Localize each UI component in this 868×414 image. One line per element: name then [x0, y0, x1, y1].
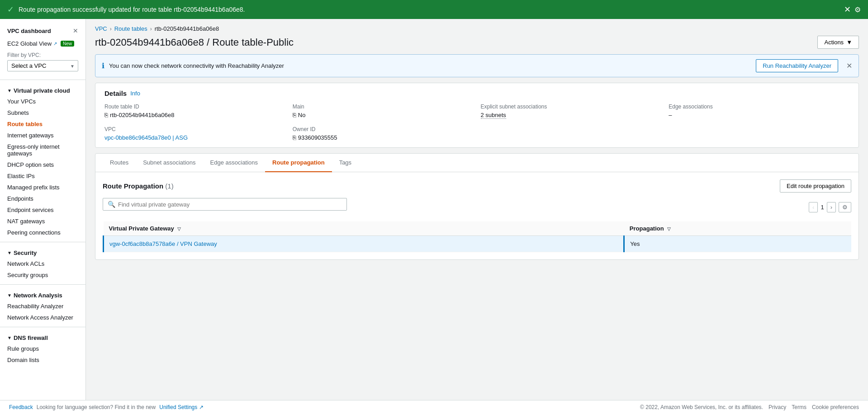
sidebar-item-reachability-analyzer[interactable]: Reachability Analyzer [0, 301, 85, 312]
sort-icon-gateway[interactable]: ▽ [177, 226, 181, 231]
owner-id-text: 933609035555 [298, 134, 337, 141]
tab-edge-associations[interactable]: Edge associations [203, 154, 266, 172]
vpc-select[interactable]: Select a VPC [7, 60, 78, 71]
vpc-filter: Filter by VPC: Select a VPC [0, 49, 85, 76]
tab-route-propagation[interactable]: Route propagation [265, 154, 332, 172]
actions-button[interactable]: Actions ▼ [817, 36, 859, 49]
explicit-subnet-text[interactable]: 2 subnets [481, 112, 506, 119]
notification-bar: ✓ Route propagation successfully updated… [0, 0, 868, 19]
new-badge: New [61, 41, 74, 47]
sidebar-item-network-access-analyzer[interactable]: Network Access Analyzer [0, 312, 85, 323]
table-body: vgw-0cf6ac8b8a7578a6e / VPN Gateway Yes [104, 236, 852, 252]
search-input[interactable] [118, 201, 342, 208]
sidebar-section-security[interactable]: ▼ Security [0, 246, 85, 258]
details-info-link[interactable]: Info [130, 90, 140, 97]
detail-owner-id-value: ⎘ 933609035555 [293, 134, 474, 141]
copy-icon-rtb[interactable]: ⎘ [104, 112, 108, 118]
sidebar-item-subnets[interactable]: Subnets [0, 107, 85, 118]
copy-icon-owner[interactable]: ⎘ [293, 134, 296, 141]
cookie-link[interactable]: Cookie preferences [812, 404, 859, 410]
sidebar-item-nat-gateways[interactable]: NAT gateways [0, 216, 85, 227]
unified-settings-link[interactable]: Unified Settings ↗ [159, 404, 203, 410]
detail-edge-assoc-label: Edge associations [669, 104, 849, 110]
detail-main: Main ⎘ No [293, 104, 474, 119]
sidebar-item-endpoint-services[interactable]: Endpoint services [0, 204, 85, 216]
main-content: VPC › Route tables › rtb-02054b9441b6a06… [86, 19, 868, 400]
tab-subnet-associations[interactable]: Subnet associations [136, 154, 203, 172]
sidebar-item-route-tables[interactable]: Route tables [0, 118, 85, 130]
table-header: Virtual Private Gateway ▽ Propagation ▽ [104, 221, 852, 236]
sidebar-section-dns[interactable]: ▼ DNS firewall [0, 331, 85, 343]
sidebar-item-elastic-ips[interactable]: Elastic IPs [0, 170, 85, 182]
notification-message: Route propagation successfully updated f… [19, 6, 245, 13]
run-reachability-button[interactable]: Run Reachability Analyzer [756, 59, 838, 72]
route-propagation-content: Route Propagation (1) Edit route propaga… [95, 172, 859, 259]
breadcrumb-route-tables[interactable]: Route tables [114, 25, 147, 32]
sidebar-section-network-analysis[interactable]: ▼ Network Analysis [0, 288, 85, 301]
sidebar-item-egress-gateways[interactable]: Egress-only internet gateways [0, 141, 85, 159]
footer: Feedback Looking for language selection?… [0, 400, 868, 414]
info-banner-close-button[interactable]: ✕ [846, 61, 852, 70]
settings-icon: ⚙ [854, 5, 861, 14]
feedback-link[interactable]: Feedback [9, 404, 33, 410]
arrow-icon-security: ▼ [7, 250, 12, 255]
section-dns-label: DNS firewall [14, 334, 48, 341]
tab-routes[interactable]: Routes [103, 154, 136, 172]
sidebar: VPC dashboard ✕ EC2 Global View ↗ New Fi… [0, 19, 86, 400]
tab-tags[interactable]: Tags [332, 154, 359, 172]
detail-main-value: ⎘ No [293, 112, 474, 118]
detail-owner-id: Owner ID ⎘ 933609035555 [293, 126, 474, 141]
breadcrumb-vpc[interactable]: VPC [95, 25, 107, 32]
gateway-link[interactable]: vgw-0cf6ac8b8a7578a6e / VPN Gateway [109, 240, 217, 247]
sidebar-item-your-vpcs[interactable]: Your VPCs [0, 96, 85, 107]
detail-vpc-value: vpc-0bbe86c9645da78e0 | ASG [104, 134, 285, 141]
breadcrumb-current: rtb-02054b9441b6a06e8 [155, 25, 219, 32]
sidebar-item-rule-groups[interactable]: Rule groups [0, 343, 85, 354]
sidebar-item-peering-connections[interactable]: Peering connections [0, 227, 85, 238]
info-banner: ℹ You can now check network connectivity… [95, 54, 859, 77]
prev-page-button[interactable]: ‹ [809, 202, 818, 212]
col-gateway: Virtual Private Gateway ▽ [104, 221, 624, 236]
detail-vpc: VPC vpc-0bbe86c9645da78e0 | ASG [104, 126, 285, 141]
edit-route-propagation-button[interactable]: Edit route propagation [780, 179, 851, 193]
sidebar-item-security-groups[interactable]: Security groups [0, 269, 85, 281]
sidebar-item-domain-lists[interactable]: Domain lists [0, 354, 85, 366]
sidebar-item-endpoints[interactable]: Endpoints [0, 193, 85, 204]
detail-route-table-id-label: Route table ID [104, 104, 285, 110]
tabs-bar: Routes Subnet associations Edge associat… [95, 154, 859, 172]
sidebar-item-prefix-lists[interactable]: Managed prefix lists [0, 182, 85, 193]
breadcrumb: VPC › Route tables › rtb-02054b9441b6a06… [86, 19, 868, 36]
tabs-container: Routes Subnet associations Edge associat… [95, 153, 859, 260]
sidebar-item-dhcp[interactable]: DHCP option sets [0, 159, 85, 170]
route-propagation-count: (1) [165, 182, 173, 190]
detail-main-label: Main [293, 104, 474, 110]
notification-close-button[interactable]: ✕ [844, 5, 851, 14]
privacy-link[interactable]: Privacy [768, 404, 786, 410]
detail-explicit-subnet-label: Explicit subnet associations [481, 104, 662, 110]
table-settings-button[interactable]: ⚙ [839, 202, 851, 212]
info-banner-text: You can now check network connectivity w… [109, 62, 751, 69]
details-card: Details Info Route table ID ⎘ rtb-02054b… [95, 83, 859, 148]
route-propagation-table: Virtual Private Gateway ▽ Propagation ▽ [103, 221, 851, 252]
sidebar-item-ec2-global[interactable]: EC2 Global View ↗ New [0, 38, 85, 49]
sort-icon-propagation[interactable]: ▽ [667, 226, 671, 231]
copyright-text: © 2022, Amazon Web Services, Inc. or its… [640, 404, 763, 410]
section-vpc-label: Virtual private cloud [14, 87, 70, 94]
page-number: 1 [821, 204, 824, 211]
sidebar-section-vpc[interactable]: ▼ Virtual private cloud [0, 84, 85, 96]
vpc-link[interactable]: vpc-0bbe86c9645da78e0 | ASG [104, 134, 188, 141]
terms-link[interactable]: Terms [792, 404, 806, 410]
ec2-global-label: EC2 Global View [7, 40, 52, 47]
main-value-text: No [298, 112, 306, 118]
propagation-cell: Yes [624, 236, 851, 252]
detail-route-table-id-value: ⎘ rtb-02054b9441b6a06e8 [104, 112, 285, 118]
next-page-button[interactable]: › [827, 202, 836, 212]
sidebar-item-network-acls[interactable]: Network ACLs [0, 258, 85, 269]
sidebar-close-button[interactable]: ✕ [73, 27, 78, 34]
details-header: Details Info [104, 89, 849, 97]
sidebar-item-internet-gateways[interactable]: Internet gateways [0, 130, 85, 141]
breadcrumb-sep2: › [150, 26, 152, 32]
arrow-icon: ▼ [7, 88, 12, 93]
sidebar-header: VPC dashboard ✕ [0, 24, 85, 38]
table-row[interactable]: vgw-0cf6ac8b8a7578a6e / VPN Gateway Yes [104, 236, 852, 252]
